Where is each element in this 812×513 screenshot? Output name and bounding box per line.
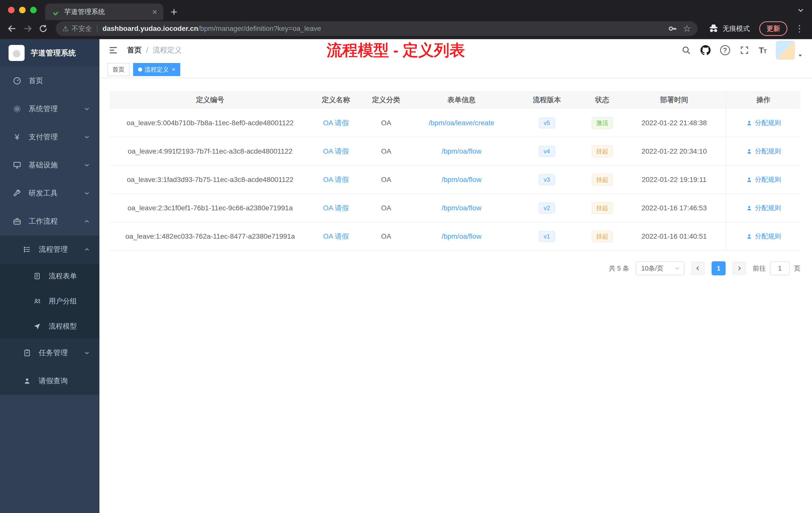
omnibox-divider: [97, 25, 97, 32]
new-tab-button[interactable]: +: [167, 4, 181, 19]
status-tag: 挂起: [592, 202, 613, 214]
definition-name-link[interactable]: OA 请假: [323, 147, 349, 156]
security-label[interactable]: 不安全: [71, 24, 92, 33]
tab-search-chevron-icon[interactable]: [796, 6, 805, 14]
version-tag: v1: [539, 231, 555, 242]
person-icon: [746, 120, 753, 126]
next-page-button[interactable]: [732, 261, 746, 275]
assign-rule-link[interactable]: 分配规则: [746, 118, 781, 127]
sidebar-item-user-group[interactable]: 用户分组: [0, 289, 99, 314]
menu-kebab-icon[interactable]: ⋮: [792, 23, 807, 34]
form-link[interactable]: /bpm/oa/flow: [442, 147, 482, 155]
help-icon[interactable]: ?: [720, 45, 730, 55]
table-row: oa_leave:1:482ec033-762a-11ec-8477-a2380…: [110, 222, 801, 251]
annotation-text: 流程模型 - 定义列表: [327, 40, 465, 61]
window-minimize-button[interactable]: [19, 7, 26, 13]
definition-category: OA: [361, 233, 411, 240]
update-button[interactable]: 更新: [759, 21, 787, 36]
tab-close-icon[interactable]: ×: [152, 7, 157, 16]
prev-page-button[interactable]: [691, 261, 705, 275]
sidebar-item-label: 请假查询: [39, 376, 68, 386]
address-bar[interactable]: ⚠ 不安全 dashboard.yudao.iocoder.cn/bpm/man…: [56, 21, 697, 36]
search-icon[interactable]: [682, 46, 691, 55]
sidebar-item-process-management[interactable]: 流程管理: [0, 235, 99, 264]
definition-name-link[interactable]: OA 请假: [323, 175, 349, 184]
sidebar-item-system-management[interactable]: 系统管理: [0, 95, 99, 123]
font-size-icon[interactable]: TT: [759, 46, 766, 55]
sidebar-item-label: 流程管理: [39, 244, 68, 254]
definition-category: OA: [361, 204, 411, 212]
form-link[interactable]: /bpm/oa/flow: [442, 204, 482, 212]
column-header-name: 定义名称: [311, 95, 361, 105]
app-logo[interactable]: 芋道管理系统: [0, 39, 99, 67]
breadcrumb-current: 流程定义: [153, 45, 182, 55]
assign-rule-link[interactable]: 分配规则: [746, 232, 781, 241]
chevron-down-icon: [83, 190, 90, 197]
sidebar-item-infrastructure[interactable]: 基础设施: [0, 151, 99, 179]
form-link[interactable]: /bpm/oa/flow: [442, 233, 482, 240]
page-number-button[interactable]: 1: [712, 261, 726, 275]
assign-rule-link[interactable]: 分配规则: [746, 204, 781, 212]
form-link[interactable]: /bpm/oa/leave/create: [429, 119, 494, 127]
breadcrumb: 首页 / 流程定义: [127, 45, 182, 55]
column-header-time: 部署时间: [622, 95, 726, 105]
browser-tab[interactable]: 芋道管理系统 ×: [45, 3, 163, 20]
definition-name-link[interactable]: OA 请假: [323, 118, 349, 128]
definition-name-link[interactable]: OA 请假: [323, 203, 349, 213]
bookmark-star-icon[interactable]: ☆: [683, 24, 691, 33]
page-size-select[interactable]: 10条/页: [636, 261, 685, 275]
reload-button[interactable]: [37, 22, 50, 35]
sidebar-item-leave-query[interactable]: 请假查询: [0, 367, 99, 395]
briefcase-icon: [12, 217, 22, 225]
goto-page-input[interactable]: [770, 261, 790, 275]
sidebar-item-home[interactable]: 首页: [0, 67, 99, 95]
chevron-down-icon: [83, 162, 90, 169]
definition-id: oa_leave:2:3c1f0ef1-76b1-11ec-9c66-a2380…: [110, 204, 311, 212]
sidebar-item-label: 工作流程: [29, 216, 58, 227]
url-text[interactable]: dashboard.yudao.iocoder.cn/bpm/manager/d…: [103, 25, 321, 33]
sidebar-item-label: 任务管理: [39, 348, 68, 358]
definition-category: OA: [361, 119, 411, 127]
status-tag: 激活: [592, 117, 613, 129]
assign-rule-link[interactable]: 分配规则: [746, 175, 781, 184]
user-avatar[interactable]: [776, 41, 804, 60]
window-zoom-button[interactable]: [30, 7, 37, 13]
column-header-form: 表单信息: [411, 95, 512, 105]
status-tag: 挂起: [592, 145, 613, 157]
chevron-right-icon: [736, 265, 743, 272]
tag-home[interactable]: 首页: [108, 63, 129, 76]
tag-close-icon[interactable]: ×: [172, 66, 175, 73]
sidebar-item-workflow[interactable]: 工作流程: [0, 207, 99, 235]
sidebar-item-task-management[interactable]: 任务管理: [0, 339, 99, 367]
incognito-label: 无痕模式: [723, 24, 750, 33]
window-close-button[interactable]: [8, 7, 14, 13]
hamburger-icon[interactable]: [108, 45, 118, 56]
sidebar-item-label: 首页: [29, 76, 43, 86]
fullscreen-icon[interactable]: [740, 46, 749, 55]
tag-process-definition[interactable]: 流程定义 ×: [133, 63, 180, 76]
breadcrumb-separator: /: [146, 46, 148, 55]
sidebar-item-process-model[interactable]: 流程模型: [0, 314, 99, 339]
forward-button[interactable]: [21, 22, 34, 35]
table-header-row: 定义编号 定义名称 定义分类 表单信息 流程版本 状态 部署时间 操作: [110, 91, 801, 109]
form-link[interactable]: /bpm/oa/flow: [442, 176, 482, 184]
sidebar-item-dev-tools[interactable]: 研发工具: [0, 179, 99, 207]
table-row: oa_leave:2:3c1f0ef1-76b1-11ec-9c66-a2380…: [110, 194, 801, 222]
person-icon: [22, 377, 32, 385]
breadcrumb-home[interactable]: 首页: [127, 45, 142, 55]
definition-id: oa_leave:4:991f2193-7b7f-11ec-a3c8-acde4…: [110, 147, 311, 155]
password-key-icon[interactable]: [668, 24, 677, 33]
definition-category: OA: [361, 147, 411, 155]
github-icon[interactable]: [700, 45, 710, 55]
deploy-time: 2022-01-22 21:48:38: [622, 119, 726, 127]
sidebar-item-process-form[interactable]: 流程表单: [0, 264, 99, 289]
column-header-status: 状态: [582, 95, 622, 105]
form-icon: [32, 272, 42, 280]
definition-name-link[interactable]: OA 请假: [323, 232, 349, 241]
pagination-total: 共 5 条: [609, 264, 629, 273]
assign-rule-link[interactable]: 分配规则: [746, 147, 781, 156]
sidebar-item-payment-management[interactable]: ¥ 支付管理: [0, 123, 99, 151]
navbar-actions: ? TT: [682, 41, 804, 60]
back-button[interactable]: [5, 22, 19, 35]
status-tag: 挂起: [592, 174, 613, 186]
